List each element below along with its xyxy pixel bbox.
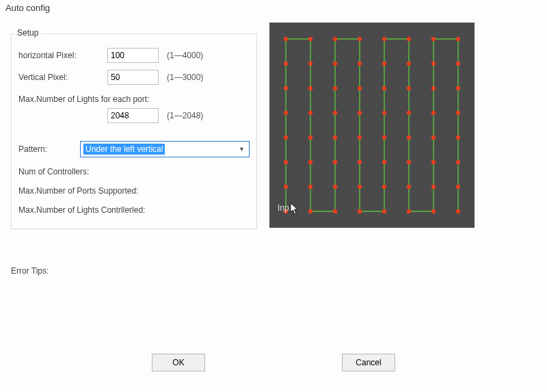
svg-point-45: [407, 160, 411, 164]
error-tips-label: Error Tips:: [11, 266, 257, 276]
svg-point-17: [333, 62, 337, 66]
content-area: Setup horizontal Pixel: (1—4000) Vertica…: [0, 16, 547, 276]
svg-point-20: [333, 135, 337, 140]
num-controllers-label: Num of Controllers:: [18, 167, 250, 177]
svg-point-28: [358, 135, 362, 140]
preview-panel: Inp: [269, 23, 475, 228]
svg-point-35: [382, 111, 386, 115]
chevron-down-icon: ▼: [239, 146, 245, 153]
svg-point-24: [358, 37, 362, 41]
svg-point-51: [431, 111, 436, 115]
svg-point-16: [333, 37, 337, 41]
svg-point-60: [456, 135, 460, 140]
svg-point-39: [382, 209, 386, 213]
left-panel: Setup horizontal Pixel: (1—4000) Vertica…: [11, 21, 257, 276]
svg-point-59: [456, 111, 460, 115]
svg-point-27: [358, 111, 362, 115]
svg-point-25: [358, 62, 362, 66]
max-lights-range: (1—2048): [167, 111, 203, 120]
svg-point-29: [358, 160, 362, 164]
pattern-label: Pattern:: [18, 144, 80, 154]
svg-point-61: [456, 160, 460, 164]
svg-point-33: [382, 62, 386, 66]
svg-point-42: [407, 86, 411, 90]
svg-point-40: [407, 37, 411, 41]
svg-point-6: [284, 185, 288, 189]
svg-point-4: [284, 135, 288, 140]
svg-point-12: [308, 135, 312, 140]
svg-point-41: [407, 62, 411, 66]
svg-point-14: [308, 185, 312, 189]
svg-point-62: [456, 185, 460, 189]
svg-point-37: [382, 160, 386, 164]
horizontal-pixel-label: horizontal Pixel:: [18, 51, 107, 60]
svg-point-1: [284, 62, 288, 66]
svg-point-38: [382, 185, 386, 189]
svg-point-57: [456, 62, 460, 66]
svg-point-36: [382, 135, 386, 140]
svg-point-8: [308, 37, 312, 41]
svg-point-50: [431, 86, 436, 90]
svg-point-31: [358, 209, 362, 213]
max-lights-input[interactable]: [107, 108, 159, 123]
horizontal-pixel-range: (1—4000): [167, 51, 203, 60]
button-row: OK Cancel: [0, 354, 547, 371]
cancel-button[interactable]: Cancel: [342, 354, 395, 371]
pattern-dropdown[interactable]: Under the left vertical ▼: [80, 141, 250, 157]
max-ports-label: Max.Number of Ports Supported:: [18, 186, 250, 196]
svg-point-49: [431, 62, 436, 66]
svg-point-22: [333, 185, 337, 189]
svg-point-26: [358, 86, 362, 90]
dialog-window: Auto config Setup horizontal Pixel: (1—4…: [0, 0, 547, 392]
svg-point-58: [456, 86, 460, 90]
svg-point-48: [431, 37, 436, 41]
svg-point-55: [431, 209, 436, 213]
svg-point-43: [407, 111, 411, 115]
svg-point-30: [358, 185, 362, 189]
svg-point-54: [431, 185, 436, 189]
svg-point-2: [284, 86, 288, 90]
svg-point-9: [308, 62, 312, 66]
pattern-row: Pattern: Under the left vertical ▼: [18, 141, 250, 157]
horizontal-pixel-row: horizontal Pixel: (1—4000): [18, 48, 250, 63]
vertical-pixel-input[interactable]: [107, 70, 159, 85]
svg-point-34: [382, 86, 386, 90]
max-lights-row: (1—2048): [18, 108, 250, 123]
horizontal-pixel-input[interactable]: [107, 48, 159, 63]
window-title: Auto config: [0, 0, 547, 16]
preview-input-label: Inp: [278, 203, 289, 213]
ok-button[interactable]: OK: [152, 354, 205, 371]
svg-point-5: [284, 160, 288, 164]
svg-point-53: [431, 160, 436, 164]
svg-point-52: [431, 135, 436, 140]
preview-grid: [269, 23, 475, 228]
pattern-selected-value: Under the left vertical: [83, 144, 165, 155]
svg-point-47: [407, 209, 411, 213]
svg-point-10: [308, 86, 312, 90]
svg-point-63: [456, 209, 460, 213]
svg-point-18: [333, 86, 337, 90]
vertical-pixel-label: Vertical Pixel:: [18, 73, 107, 82]
svg-point-44: [407, 135, 411, 140]
svg-point-19: [333, 111, 337, 115]
svg-point-15: [308, 209, 312, 213]
svg-point-13: [308, 160, 312, 164]
svg-point-46: [407, 185, 411, 189]
max-lights-controlled-label: Max.Number of Lights Contrllerled:: [18, 205, 250, 215]
vertical-pixel-row: Vertical Pixel: (1—3000): [18, 70, 250, 85]
svg-point-3: [284, 111, 288, 115]
svg-point-11: [308, 111, 312, 115]
svg-point-56: [456, 37, 460, 41]
vertical-pixel-range: (1—3000): [167, 73, 203, 82]
setup-group: Setup horizontal Pixel: (1—4000) Vertica…: [11, 34, 257, 229]
max-lights-label: Max.Number of Lights for each port:: [18, 94, 250, 104]
svg-point-0: [284, 37, 288, 41]
svg-point-32: [382, 37, 386, 41]
setup-legend: Setup: [14, 28, 41, 38]
svg-point-23: [333, 209, 337, 213]
svg-point-21: [333, 160, 337, 164]
